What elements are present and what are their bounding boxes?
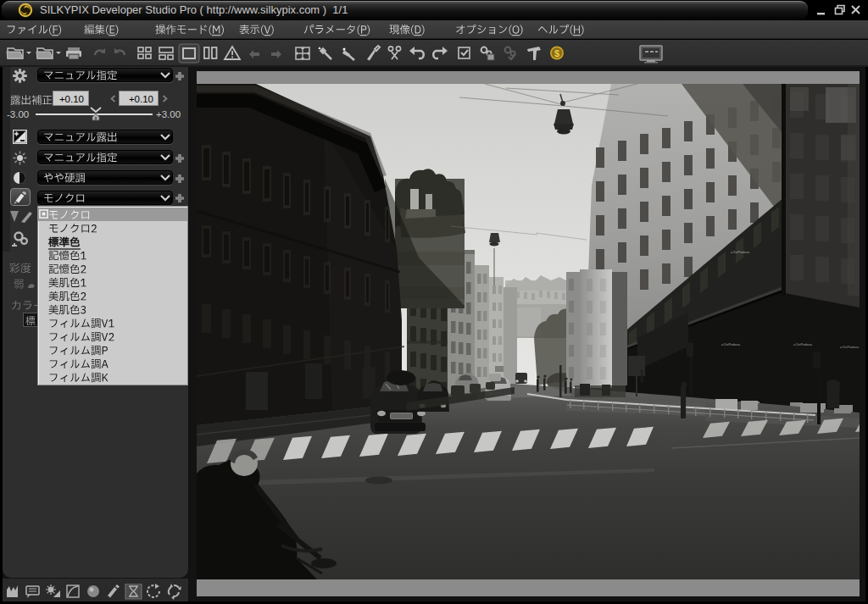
svg-text:a DePadova: a DePadova [793,342,813,346]
svg-text:$: $ [554,48,559,58]
svg-text:a DePadova: a DePadova [840,345,860,349]
svg-text:a DePadova: a DePadova [731,250,750,254]
svg-text:a DePadova: a DePadova [721,342,741,346]
